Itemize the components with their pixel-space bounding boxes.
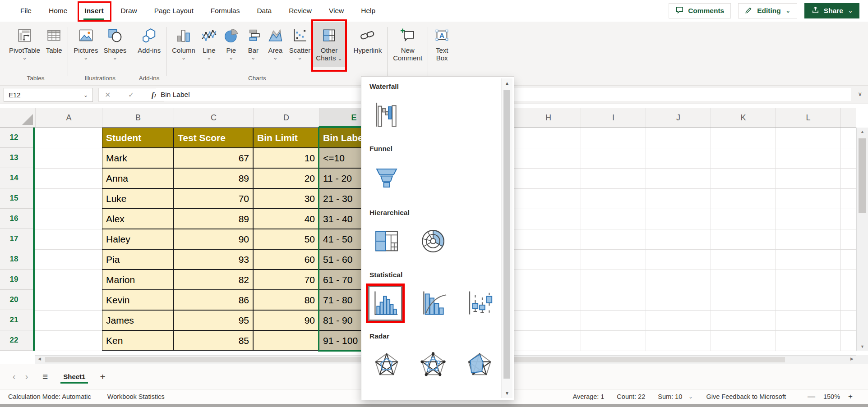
funnel-chart-icon[interactable] [369,160,404,195]
row-header-13[interactable]: 13 [0,148,35,168]
row-header-21[interactable]: 21 [0,310,35,330]
cell-C20[interactable]: 86 [174,290,253,310]
aggregate-value[interactable]: Sum: 10 [658,393,682,400]
other-charts-button[interactable]: OtherCharts⌄ [313,22,345,67]
scroll-down-icon[interactable]: ▼ [502,391,512,396]
name-box[interactable]: E12 ⌄ [4,88,93,102]
status-item[interactable]: Workbook Statistics [107,393,165,400]
cell-B21[interactable]: James [102,310,174,330]
column-header-H[interactable]: H [516,108,581,127]
sheet-list-icon[interactable]: ≡ [42,371,48,382]
cell-B17[interactable]: Haley [102,229,174,249]
tab-draw[interactable]: Draw [115,0,143,22]
dropdown-scrollbar[interactable]: ▲ ▼ [501,78,512,398]
tab-file[interactable]: File [14,0,37,22]
cell-B12[interactable]: Student [102,128,174,148]
comments-button[interactable]: Comments [669,3,731,18]
feedback-link[interactable]: Give Feedback to Microsoft [706,393,786,400]
cell-D17[interactable]: 50 [253,229,319,249]
pie-button[interactable]: Pie⌄ [220,22,242,60]
sheet-nav-next-icon[interactable]: › [21,371,32,382]
row-header-19[interactable]: 19 [0,270,35,290]
cell-C21[interactable]: 95 [174,310,253,330]
tab-formulas[interactable]: Formulas [205,0,246,22]
column-header-I[interactable]: I [581,108,646,127]
cell-B19[interactable]: Marion [102,270,174,290]
scroll-left-icon[interactable]: ◀ [38,357,41,361]
tab-page-layout[interactable]: Page Layout [148,0,199,22]
scroll-right-icon[interactable]: ▶ [850,357,854,361]
cell-D16[interactable]: 40 [253,209,319,229]
cell-D18[interactable]: 60 [253,249,319,270]
cell-B16[interactable]: Alex [102,209,174,229]
histogram-chart-icon[interactable] [368,286,402,321]
check-icon[interactable]: ✓ [128,91,134,99]
cell-C18[interactable]: 93 [174,249,253,270]
radar-chart-icon[interactable] [369,347,404,382]
scroll-down-icon[interactable]: ▼ [857,344,868,349]
aggregates-chevron-icon[interactable]: ⌄ [688,394,693,400]
tab-help[interactable]: Help [355,0,381,22]
cell-D21[interactable]: 90 [253,310,319,330]
add-ins-button[interactable]: Add-ins [135,22,163,54]
column-header-D[interactable]: D [253,108,319,127]
cell-D13[interactable]: 10 [253,148,319,168]
dropdown-scrollbar-thumb[interactable] [503,90,510,379]
cell-C12[interactable]: Test Score [174,128,253,148]
column-button[interactable]: Column⌄ [169,22,198,60]
column-header-K[interactable]: K [711,108,776,127]
status-item[interactable]: Calculation Mode: Automatic [8,393,91,400]
column-header-A[interactable]: A [35,108,102,127]
tab-insert[interactable]: Insert [78,0,109,22]
cell-C13[interactable]: 67 [174,148,253,168]
column-header-J[interactable]: J [646,108,711,127]
waterfall-chart-icon[interactable] [369,97,404,133]
row-header-15[interactable]: 15 [0,188,35,209]
cell-B13[interactable]: Mark [102,148,174,168]
tab-view[interactable]: View [323,0,350,22]
cell-C15[interactable]: 70 [174,188,253,209]
cell-B22[interactable]: Ken [102,330,174,351]
row-header-12[interactable]: 12 [0,128,35,148]
cell-B15[interactable]: Luke [102,188,174,209]
line-button[interactable]: Line⌄ [198,22,220,60]
zoom-out-icon[interactable]: — [808,392,815,401]
radar-markers-chart-icon[interactable] [416,347,450,382]
select-all-corner[interactable] [0,108,35,127]
row-header-20[interactable]: 20 [0,290,35,310]
column-header-L[interactable]: L [776,108,840,127]
aggregate-value[interactable]: Average: 1 [573,393,604,400]
text-box-button[interactable]: ATextBox [431,22,453,62]
formula-bar-expand-chevron-icon[interactable]: ∨ [858,91,862,97]
pivottable-button[interactable]: PivotTable⌄ [6,22,43,60]
new-comment-button[interactable]: NewComment [390,22,425,62]
cell-D19[interactable]: 70 [253,270,319,290]
cell-D22[interactable] [253,330,319,351]
row-header-22[interactable]: 22 [0,330,35,351]
editing-mode-button[interactable]: Editing ⌄ [738,3,797,18]
tab-home[interactable]: Home [43,0,73,22]
column-header-B[interactable]: B [102,108,174,127]
column-header-partial[interactable] [840,108,856,127]
cell-D14[interactable]: 20 [253,168,319,188]
sheet-nav-prev-icon[interactable]: ‹ [8,371,20,382]
tab-data[interactable]: Data [251,0,277,22]
row-header-17[interactable]: 17 [0,229,35,249]
pareto-chart-icon[interactable] [417,286,451,321]
scatter-button[interactable]: Scatter⌄ [286,22,314,60]
hyperlink-button[interactable]: Hyperlink [351,22,385,54]
scroll-up-icon[interactable]: ▲ [857,129,868,134]
cell-C19[interactable]: 82 [174,270,253,290]
cell-C14[interactable]: 89 [174,168,253,188]
sunburst-chart-icon[interactable] [416,224,450,259]
bar-button[interactable]: Bar⌄ [242,22,264,60]
pictures-button[interactable]: Pictures⌄ [71,22,101,60]
sheet-tab-sheet1[interactable]: Sheet1 [60,366,88,387]
box-whisker-chart-icon[interactable] [463,286,498,321]
area-button[interactable]: Area⌄ [264,22,286,60]
scroll-up-icon[interactable]: ▲ [502,81,512,86]
row-header-16[interactable]: 16 [0,209,35,229]
cell-C16[interactable]: 89 [174,209,253,229]
row-header-18[interactable]: 18 [0,249,35,270]
cancel-icon[interactable]: ✕ [105,91,111,99]
